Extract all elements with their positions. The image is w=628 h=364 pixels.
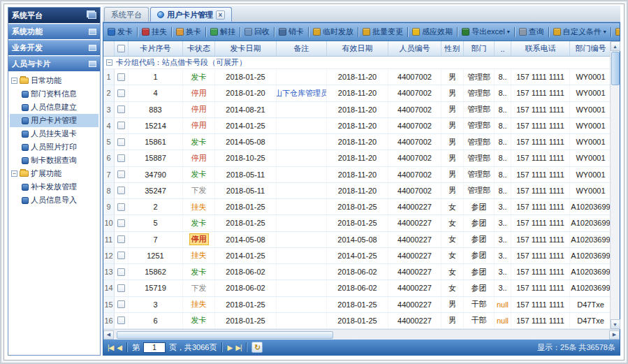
accordion-header[interactable]: 系统功能 xyxy=(8,24,100,39)
search-button[interactable]: 查询 xyxy=(517,26,546,38)
column-header-label: 卡状态 xyxy=(187,43,210,54)
table-row[interactable]: 3883停用2014-08-212018-11-2044007002男管理部8.… xyxy=(103,102,610,118)
select-all-checkbox[interactable] xyxy=(117,45,125,52)
row-checkbox[interactable] xyxy=(117,219,125,227)
row-checkbox[interactable] xyxy=(117,105,125,113)
next-page-button[interactable]: ▶ xyxy=(227,344,232,351)
vertical-scroll-thumb[interactable] xyxy=(611,52,620,85)
tab-0[interactable]: 系统平台 xyxy=(104,7,149,22)
tree-item[interactable]: 人员信息导入 xyxy=(10,194,98,207)
scroll-up-icon[interactable]: ▲ xyxy=(611,41,620,51)
tree-item[interactable]: 补卡发放管理 xyxy=(10,180,98,194)
vertical-scrollbar[interactable]: ▲ ▼ xyxy=(610,41,620,329)
tab-close-icon[interactable]: × xyxy=(216,10,225,20)
table-row[interactable]: 92挂失2018-01-252018-01-2544000227女参团3..15… xyxy=(103,199,610,215)
row-checkbox[interactable] xyxy=(117,89,125,97)
temp-issue-button[interactable]: 临时发放 xyxy=(311,26,356,38)
table-row[interactable]: 415214停用2014-01-252018-11-2044007002男管理部… xyxy=(103,118,610,134)
status-badge: 下发 xyxy=(191,283,207,293)
accordion-header[interactable]: 业务开发 xyxy=(8,40,100,55)
column-header-valid[interactable]: 有效日期 xyxy=(327,41,388,56)
collapse-icon[interactable]: − xyxy=(11,170,17,177)
row-checkbox[interactable] xyxy=(117,122,125,129)
row-checkbox[interactable] xyxy=(117,284,125,292)
row-checkbox[interactable] xyxy=(117,300,125,308)
tree-folder[interactable]: −扩展功能 xyxy=(10,167,98,180)
cell-issue: 2018-01-25 xyxy=(215,215,277,231)
refresh-button[interactable]: ↻ xyxy=(251,342,263,353)
export-excel-button[interactable]: 导出excel▾ xyxy=(460,26,512,38)
column-header-serial[interactable]: 卡片序号 xyxy=(129,41,183,56)
tree-item[interactable]: 制卡数据查询 xyxy=(10,154,98,167)
row-checkbox[interactable] xyxy=(117,170,125,178)
row-checkbox[interactable] xyxy=(117,235,125,243)
table-row[interactable]: 1415719下发2018-06-022018-06-0244000227女参团… xyxy=(103,280,610,296)
replace-card-button[interactable]: 换卡 xyxy=(174,26,203,38)
row-checkbox[interactable] xyxy=(117,154,125,162)
row-checkbox[interactable] xyxy=(117,252,125,259)
tree-item[interactable]: 用户卡片管理 xyxy=(10,114,98,127)
scroll-left-icon[interactable]: ◀ xyxy=(103,330,114,340)
issue-card-button[interactable]: 发卡 xyxy=(105,26,135,38)
collapse-icon[interactable]: − xyxy=(106,59,112,66)
row-checkbox[interactable] xyxy=(117,187,125,194)
column-header-code[interactable]: 部门编号 xyxy=(570,41,612,56)
prev-page-button[interactable]: ◀ xyxy=(117,344,122,351)
modify-serial-button[interactable]: 修改卡序号 xyxy=(613,26,620,38)
table-row[interactable]: 24停用2018-01-20山下仓库管理员2018-11-2044007002男… xyxy=(103,85,610,101)
tree-item[interactable]: 人员信息建立 xyxy=(10,101,98,114)
table-row[interactable]: 734790发卡2018-05-112018-11-2044007002男管理部… xyxy=(103,167,610,183)
table-row[interactable]: 117停用2014-05-082014-05-0844000227女参团3..1… xyxy=(103,232,610,248)
group-row[interactable]: − 卡分组代码：站点借卡号段（可展开） xyxy=(103,57,610,69)
column-header-age[interactable]: .. xyxy=(495,41,511,56)
scroll-right-icon[interactable]: ▶ xyxy=(609,330,620,340)
column-header-num[interactable] xyxy=(103,41,115,56)
table-row[interactable]: 105发卡2018-01-252018-01-2544000227女参团3..1… xyxy=(103,215,610,231)
table-row[interactable]: 121251挂失2014-01-252014-01-2544000227女参团3… xyxy=(103,248,610,264)
cancel-card-button[interactable]: 销卡 xyxy=(277,26,306,38)
table-row[interactable]: 515861发卡2014-05-082018-11-2044007002男管理部… xyxy=(103,134,610,150)
unlock-card-button[interactable]: 解挂 xyxy=(208,26,238,38)
row-checkbox[interactable] xyxy=(117,138,125,146)
table-row[interactable]: 835247下发2018-05-112018-11-2044007002男管理部… xyxy=(103,183,610,199)
row-checkbox[interactable] xyxy=(117,203,125,211)
tree-folder[interactable]: −日常功能 xyxy=(10,74,98,87)
row-checkbox[interactable] xyxy=(117,73,125,81)
toolbar-separator xyxy=(205,27,206,37)
horizontal-scrollbar[interactable]: ◀ ▶ xyxy=(103,329,620,340)
scroll-down-icon[interactable]: ▼ xyxy=(611,319,620,329)
tree-item[interactable]: 人员照片打印 xyxy=(10,140,98,154)
column-header-note[interactable]: 备注 xyxy=(277,41,327,56)
panel-collapse-icon[interactable] xyxy=(88,12,96,19)
accordion-header[interactable]: 人员与卡片 xyxy=(8,56,100,71)
note-link[interactable]: 山下仓库管理员 xyxy=(277,88,327,99)
column-header-dept[interactable]: 部门 xyxy=(464,41,495,56)
custom-filter-button[interactable]: 自定义条件▾ xyxy=(551,26,608,38)
table-row[interactable]: 166发卡2018-01-252018-01-2544000227男干部null… xyxy=(103,313,610,329)
table-row[interactable]: 615887停用2018-10-252018-11-2044007002男管理部… xyxy=(103,150,610,166)
tab-1[interactable]: 用户卡片管理× xyxy=(150,7,232,22)
column-header-person[interactable]: 人员编号 xyxy=(388,41,441,56)
column-header-gender[interactable]: 性别 xyxy=(441,41,464,56)
column-header-phone[interactable]: 联系电话 xyxy=(511,41,570,56)
collapse-icon[interactable]: − xyxy=(11,78,17,84)
validity-warning-button[interactable]: 感应效期 xyxy=(410,26,455,38)
column-header-checkbox[interactable] xyxy=(115,41,129,56)
first-page-button[interactable]: |◀ xyxy=(108,344,113,351)
last-page-button[interactable]: ▶| xyxy=(235,344,241,351)
table-row[interactable]: 153挂失2018-01-252018-01-2544000227男干部null… xyxy=(103,297,610,313)
table-row[interactable]: 11发卡2018-01-252018-11-2044007002男管理部8..1… xyxy=(103,69,610,85)
horizontal-scroll-thumb[interactable] xyxy=(117,331,333,339)
recycle-card-button[interactable]: 回收 xyxy=(242,26,272,38)
row-checkbox[interactable] xyxy=(117,268,125,276)
batch-change-button[interactable]: 批量变更 xyxy=(360,26,405,38)
tree-item[interactable]: 人员挂失退卡 xyxy=(10,127,98,140)
page-input[interactable] xyxy=(143,342,166,353)
row-checkbox[interactable] xyxy=(117,316,125,324)
report-loss-button[interactable]: 挂失 xyxy=(140,26,169,38)
tree-item-label: 人员信息导入 xyxy=(31,195,77,205)
column-header-issue[interactable]: 发卡日期 xyxy=(215,41,277,56)
table-row[interactable]: 1315862发卡2018-06-022018-06-0244000227女参团… xyxy=(103,264,610,280)
column-header-status[interactable]: 卡状态 xyxy=(183,41,215,56)
tree-item[interactable]: 部门资料信息 xyxy=(10,87,98,101)
